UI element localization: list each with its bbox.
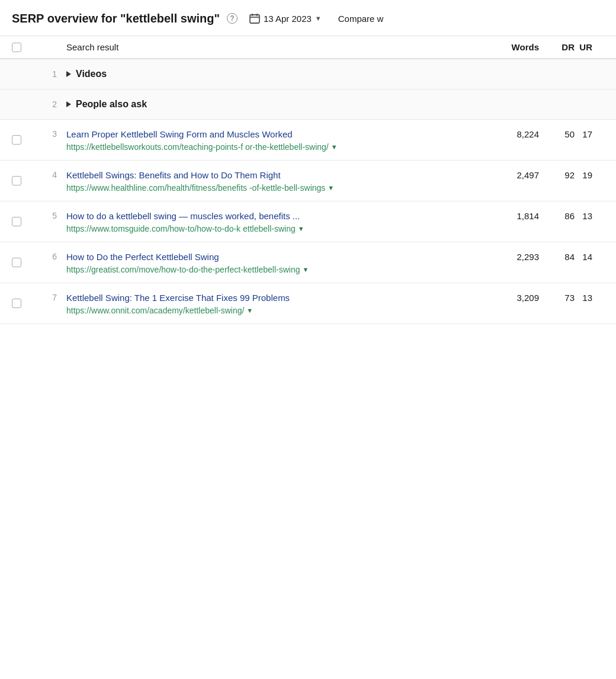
select-all-checkbox[interactable] [12,43,21,52]
row-content: Learn Proper Kettlebell Swing Form and M… [57,128,486,152]
table-row: 4 Kettlebell Swings: Benefits and How to… [0,161,616,201]
row-words-value: 2,497 [486,169,539,180]
row-number: 5 [36,210,57,220]
date-label: 13 Apr 2023 [264,14,312,24]
table-row: 2 People also ask [0,89,616,120]
row-checkbox-cell [12,176,36,185]
url-dropdown-icon[interactable]: ▼ [246,307,253,314]
page-header: SERP overview for "kettlebell swing" ? 1… [0,0,616,36]
row-words-value: 1,814 [486,210,539,221]
table-header-row: Search result Words DR UR [0,36,616,59]
header-words: Words [486,42,539,52]
header-ur: UR [575,42,604,52]
table-row: 6 How to Do the Perfect Kettlebell Swing… [0,242,616,283]
result-title-link[interactable]: How to Do the Perfect Kettlebell Swing [66,252,219,262]
expand-icon[interactable] [66,101,71,107]
result-title-link[interactable]: How to do a kettlebell swing — muscles w… [66,211,300,221]
page-title: SERP overview for "kettlebell swing" [12,12,220,25]
row-dr-value: 73 [539,292,575,303]
result-url: https://greatist.com/move/how-to-do-the-… [66,265,486,274]
ur-label: UR [579,42,592,52]
row-number: 6 [36,251,57,261]
compare-button[interactable]: Compare w [333,11,389,26]
search-result-label: Search result [66,42,118,52]
row-content: How to do a kettlebell swing — muscles w… [57,210,486,233]
calendar-icon [249,13,260,24]
table-row: 5 How to do a kettlebell swing — muscles… [0,201,616,242]
chevron-down-icon: ▼ [315,15,322,22]
row-content: Kettlebell Swing: The 1 Exercise That Fi… [57,292,486,315]
row-number: 3 [36,128,57,139]
row-dr-value: 50 [539,128,575,139]
row-ur-value: 13 [575,210,604,221]
row-dr-value: 86 [539,210,575,221]
row-select-checkbox[interactable] [12,258,21,267]
url-dropdown-icon[interactable]: ▼ [298,225,304,232]
search-query: kettlebell swing [126,12,214,25]
row-dr-value: 92 [539,169,575,180]
compare-label: Compare w [338,14,384,24]
words-label: Words [512,42,539,52]
row-ur-value: 14 [575,251,604,262]
help-icon[interactable]: ? [227,13,238,24]
row-select-checkbox[interactable] [12,135,21,145]
row-content: Kettlebell Swings: Benefits and How to D… [57,169,486,193]
row-content: Videos [57,69,486,79]
row-checkbox-cell [12,135,36,145]
row-select-checkbox[interactable] [12,299,21,308]
header-checkbox-cell [12,43,36,52]
title-prefix: SERP overview for [12,12,120,25]
special-row-label: People also ask [66,99,486,110]
table-row: 7 Kettlebell Swing: The 1 Exercise That … [0,283,616,324]
row-content: How to Do the Perfect Kettlebell Swing h… [57,251,486,274]
row-content: People also ask [57,99,486,110]
header-dr: DR [539,42,575,52]
row-dr-value: 84 [539,251,575,262]
expand-icon[interactable] [66,71,71,77]
row-number: 7 [36,292,57,302]
table-row: 1 Videos [0,59,616,89]
url-dropdown-icon[interactable]: ▼ [328,184,334,191]
row-checkbox-cell [12,258,36,267]
row-words-value: 8,224 [486,128,539,139]
result-url: https://kettlebellsworkouts.com/teaching… [66,142,486,152]
header-search-result: Search result [57,42,486,52]
row-number: 4 [36,169,57,180]
table-row: 3 Learn Proper Kettlebell Swing Form and… [0,120,616,161]
result-url: https://www.onnit.com/academy/kettlebell… [66,306,486,315]
row-number: 1 [36,69,57,79]
row-words-value: 2,293 [486,251,539,262]
svg-rect-0 [250,15,259,23]
row-number: 2 [36,100,57,109]
row-ur-value: 13 [575,292,604,303]
row-checkbox-cell [12,299,36,308]
row-checkbox-cell [12,217,36,226]
result-title-link[interactable]: Kettlebell Swing: The 1 Exercise That Fi… [66,293,290,303]
row-select-checkbox[interactable] [12,217,21,226]
row-ur-value: 19 [575,169,604,180]
url-dropdown-icon[interactable]: ▼ [303,266,309,273]
row-ur-value: 17 [575,128,604,139]
url-dropdown-icon[interactable]: ▼ [331,143,338,150]
special-row-label: Videos [66,69,486,79]
result-url: https://www.tomsguide.com/how-to/how-to-… [66,224,486,233]
serp-table: Search result Words DR UR 1 Videos [0,36,616,324]
date-picker-button[interactable]: 13 Apr 2023 ▼ [245,11,326,26]
row-words-value: 3,209 [486,292,539,303]
dr-label: DR [562,42,575,52]
row-select-checkbox[interactable] [12,176,21,185]
result-title-link[interactable]: Kettlebell Swings: Benefits and How to D… [66,170,281,180]
result-url: https://www.healthline.com/health/fitnes… [66,183,486,193]
result-title-link[interactable]: Learn Proper Kettlebell Swing Form and M… [66,129,293,139]
